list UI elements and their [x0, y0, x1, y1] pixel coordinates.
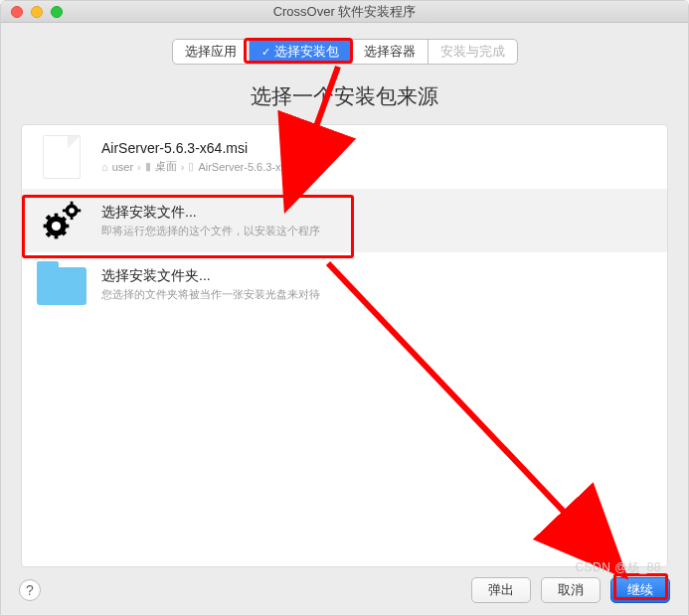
- svg-rect-15: [78, 210, 82, 213]
- step-choose-app[interactable]: 选择应用: [173, 40, 250, 64]
- svg-rect-5: [64, 225, 70, 229]
- help-button[interactable]: ?: [19, 579, 41, 601]
- eject-button[interactable]: 弹出: [471, 577, 531, 603]
- zoom-icon[interactable]: [51, 6, 63, 18]
- svg-rect-14: [63, 210, 67, 213]
- choose-file-subtitle: 即将运行您选择的这个文件，以安装这个程序: [101, 224, 320, 238]
- svg-point-1: [52, 222, 61, 231]
- msi-file-icon: [36, 135, 87, 179]
- svg-point-11: [69, 208, 74, 214]
- file-mini-icon: ▯: [188, 160, 194, 173]
- svg-rect-3: [55, 233, 59, 239]
- cancel-button[interactable]: 取消: [541, 577, 601, 603]
- choose-folder-title: 选择安装文件夹...: [101, 267, 320, 285]
- step-choose-package[interactable]: ✓ 选择安装包: [250, 40, 352, 64]
- option-choose-file[interactable]: 选择安装文件... 即将运行您选择的这个文件，以安装这个程序: [22, 189, 667, 252]
- choose-file-title: 选择安装文件...: [101, 204, 320, 222]
- svg-rect-2: [55, 214, 59, 220]
- option-detected-file[interactable]: AirServer-5.6.3-x64.msi ⌂ user › ▮ 桌面 › …: [22, 125, 667, 189]
- minimize-icon[interactable]: [31, 6, 43, 18]
- window-title: CrossOver 软件安装程序: [273, 3, 417, 21]
- svg-rect-13: [71, 216, 74, 220]
- breadcrumb-file: AirServer-5.6.3-x64.msi: [198, 161, 313, 173]
- check-icon: ✓: [261, 46, 270, 59]
- step-label: 选择安装包: [274, 43, 339, 61]
- steps-bar: 选择应用 ✓ 选择安装包 选择容器 安装与完成: [1, 23, 688, 73]
- folder-icon: [36, 262, 87, 306]
- source-list: AirServer-5.6.3-x64.msi ⌂ user › ▮ 桌面 › …: [21, 124, 668, 567]
- breadcrumb-desktop: 桌面: [155, 159, 177, 174]
- gear-icon: [36, 199, 87, 242]
- traffic-lights: [1, 6, 63, 18]
- close-icon[interactable]: [11, 6, 23, 18]
- steps-segmented-control: 选择应用 ✓ 选择安装包 选择容器 安装与完成: [172, 39, 518, 65]
- continue-button[interactable]: 继续: [610, 577, 670, 603]
- page-title: 选择一个安装包来源: [1, 73, 688, 124]
- option-choose-folder[interactable]: 选择安装文件夹... 您选择的文件夹将被当作一张安装光盘来对待: [22, 252, 667, 316]
- home-icon: ⌂: [101, 161, 108, 173]
- footer: ? 弹出 取消 继续: [1, 567, 688, 615]
- window-frame: CrossOver 软件安装程序 选择应用 ✓ 选择安装包 选择容器 安装与完成…: [0, 0, 689, 616]
- svg-rect-12: [71, 202, 74, 206]
- titlebar: CrossOver 软件安装程序: [1, 1, 688, 23]
- step-install-done: 安装与完成: [429, 40, 517, 64]
- folder-mini-icon: ▮: [145, 160, 151, 173]
- choose-folder-subtitle: 您选择的文件夹将被当作一张安装光盘来对待: [101, 287, 320, 302]
- step-choose-container[interactable]: 选择容器: [352, 40, 429, 64]
- svg-rect-4: [44, 225, 50, 229]
- file-title: AirServer-5.6.3-x64.msi: [101, 140, 313, 156]
- breadcrumb: ⌂ user › ▮ 桌面 › ▯ AirServer-5.6.3-x64.ms…: [101, 159, 313, 174]
- breadcrumb-user: user: [112, 161, 133, 173]
